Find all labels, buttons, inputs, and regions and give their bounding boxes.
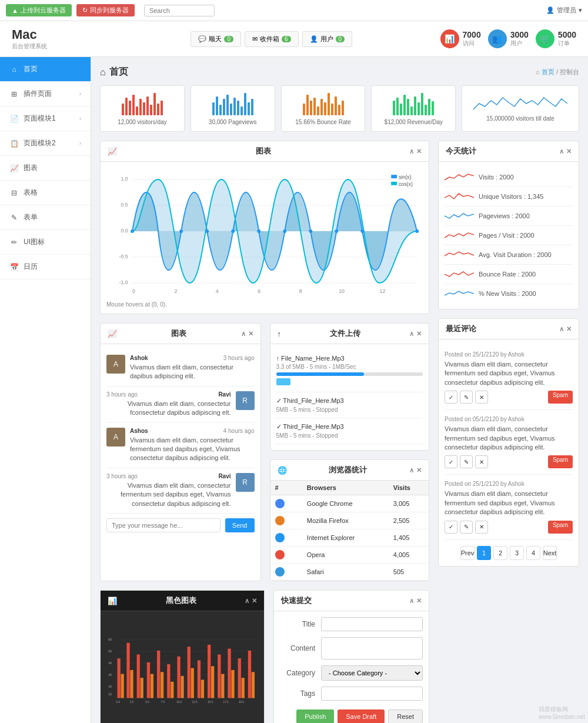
stat-card-pageviews: 30,000 Pageviews: [191, 85, 275, 132]
chat-content-2: 3 hours ago Ravi Vivamus diam elit diam,…: [106, 391, 231, 418]
visitors-bars: [122, 92, 163, 115]
comment-3-actions: ✓ ✎ ✕ Spam: [445, 521, 573, 534]
upload-panel-icon: ↑: [278, 329, 282, 338]
user-menu[interactable]: 👤 管理员 ▾: [546, 6, 582, 15]
sidebar-item-plugins[interactable]: ⊞ 插件页面 ›: [0, 82, 91, 106]
main-center: 📈 图表 ∧ ✕ 1.0 0.5 0.0: [100, 141, 429, 723]
tags-input[interactable]: [321, 687, 423, 701]
page-1-btn[interactable]: 1: [477, 546, 491, 560]
main-panels: 📈 图表 ∧ ✕ 1.0 0.5 0.0: [100, 141, 579, 723]
dark-expand-btn[interactable]: ∧: [245, 597, 249, 605]
today-stat-unique: Unique Visitors : 1,345: [445, 187, 573, 206]
browser-stats-panel: 🌐 浏览器统计 ∧ ✕: [270, 459, 430, 581]
chart-expand-btn[interactable]: ∧: [409, 148, 414, 155]
file-upload-close-btn[interactable]: ✕: [416, 330, 422, 338]
user-nav-btn[interactable]: 👤 用户 0: [302, 31, 353, 47]
comment-1-delete[interactable]: ✕: [475, 391, 488, 404]
sidebar-item-page2[interactable]: 📋 页面模块2 ›: [0, 131, 91, 156]
svg-text:12.5: 12.5: [192, 701, 198, 704]
chart-close-btn[interactable]: ✕: [416, 148, 422, 155]
sidebar-item-calendar[interactable]: 📅 日历: [0, 255, 91, 279]
page-4-btn[interactable]: 4: [526, 546, 540, 560]
comment-1-check[interactable]: ✓: [445, 391, 457, 404]
file-upload-panel: ↑ 文件上传 ∧ ✕ ↑ File_Name_Here.Mp3: [270, 323, 430, 451]
breadcrumb-home[interactable]: 首页: [542, 68, 554, 75]
orders-stat: 🛒 5000 订单: [536, 29, 576, 48]
svg-rect-60: [198, 660, 201, 698]
svg-text:60: 60: [108, 638, 112, 641]
chat-expand-btn[interactable]: ∧: [241, 330, 246, 338]
comment-2-delete[interactable]: ✕: [475, 455, 488, 468]
sync-icon: ↻: [82, 6, 88, 14]
svg-text:2: 2: [174, 288, 177, 294]
user-icon: 👤: [546, 6, 554, 14]
comment-3-spam[interactable]: Spam: [548, 521, 573, 534]
quick-submit-close-btn[interactable]: ✕: [416, 597, 422, 605]
sidebar-item-home[interactable]: ⌂ 首页: [0, 57, 91, 82]
dark-close-btn[interactable]: ✕: [252, 597, 257, 605]
comments-body: Posted on 25/1/2120 by Ashok Vivamus dia…: [439, 339, 579, 566]
svg-text:6: 6: [258, 288, 260, 294]
sidebar-item-table[interactable]: ⊟ 表格: [0, 181, 91, 205]
today-stats-body: Visits : 2000 Unique Visitors : 1,345: [439, 162, 579, 309]
sidebar-item-chart[interactable]: 📈 图表: [0, 156, 91, 181]
send-button[interactable]: Send: [225, 518, 255, 532]
today-close-btn[interactable]: ✕: [566, 148, 572, 155]
today-expand-btn[interactable]: ∧: [559, 148, 564, 155]
table-row: Opera 4,005: [270, 547, 429, 564]
chat-close-btn[interactable]: ✕: [248, 330, 253, 338]
sync-btn[interactable]: ↻ 同步到服务器: [76, 4, 135, 16]
svg-text:20: 20: [108, 685, 112, 688]
tags-field-group: Tags: [280, 687, 423, 701]
svg-point-21: [257, 229, 260, 233]
comments-close-btn[interactable]: ✕: [566, 325, 572, 333]
main-content: ⌂ 首页 ⌂ 首页 / 控制台: [91, 57, 588, 723]
upload-icon: ▲: [12, 7, 18, 14]
page-2-btn[interactable]: 2: [493, 546, 507, 560]
comment-1-edit[interactable]: ✎: [460, 391, 473, 404]
comment-2-edit[interactable]: ✎: [460, 455, 473, 468]
svg-text:50: 50: [108, 649, 112, 653]
comment-2-check[interactable]: ✓: [445, 455, 457, 468]
topbar: ▲ 上传到云服务器 ↻ 同步到服务器 👤 管理员 ▾: [0, 0, 588, 21]
title-input[interactable]: [321, 617, 423, 631]
quick-submit-controls: ∧ ✕: [409, 597, 422, 605]
chat-nav-btn[interactable]: 💬 顺天 0: [191, 31, 241, 47]
sidebar-item-form[interactable]: ✎ 表单: [0, 205, 91, 230]
svg-text:30: 30: [108, 673, 112, 677]
visits-icon: 📊: [440, 29, 459, 48]
inbox-nav-btn[interactable]: ✉ 收件箱 6: [245, 31, 299, 47]
sidebar-item-page1[interactable]: 📄 页面模块1 ›: [0, 106, 91, 131]
comments-expand-btn[interactable]: ∧: [559, 325, 564, 333]
file-upload-expand-btn[interactable]: ∧: [409, 330, 414, 338]
comment-1-spam[interactable]: Spam: [548, 391, 573, 404]
comment-3-check[interactable]: ✓: [445, 521, 457, 534]
svg-rect-49: [141, 678, 143, 698]
page-3-btn[interactable]: 3: [510, 546, 524, 560]
category-select[interactable]: - Choose Category -: [321, 665, 423, 681]
quick-submit-expand-btn[interactable]: ∧: [409, 597, 414, 605]
reset-button[interactable]: Reset: [388, 709, 423, 723]
svg-rect-62: [208, 645, 211, 698]
svg-rect-45: [121, 674, 123, 698]
next-page-btn[interactable]: Next: [543, 546, 557, 560]
chat-input[interactable]: [106, 518, 220, 532]
sidebar-item-ui[interactable]: ✏ UI图标: [0, 230, 91, 255]
chevron-down-icon: ▾: [579, 6, 582, 14]
upload-btn[interactable]: ▲ 上传到云服务器: [6, 4, 72, 16]
chat-message-4: R 3 hours ago Ravi Vivamus diam elit dia…: [106, 468, 255, 514]
publish-button[interactable]: Publish: [296, 709, 334, 723]
content-textarea[interactable]: [321, 637, 423, 659]
breadcrumb: ⌂ 首页 / 控制台: [536, 68, 579, 76]
comment-3-delete[interactable]: ✕: [475, 521, 488, 534]
search-input[interactable]: [144, 5, 215, 16]
svg-rect-31: [276, 378, 290, 385]
comment-2-spam[interactable]: Spam: [548, 455, 573, 468]
orders-icon: 🛒: [536, 29, 554, 48]
save-draft-button[interactable]: Save Draft: [338, 709, 385, 723]
prev-page-btn[interactable]: Prev: [460, 546, 475, 560]
svg-rect-71: [252, 672, 255, 698]
browser-expand-btn[interactable]: ∧: [409, 467, 414, 474]
comment-3-edit[interactable]: ✎: [460, 521, 473, 534]
browser-close-btn[interactable]: ✕: [416, 467, 422, 474]
